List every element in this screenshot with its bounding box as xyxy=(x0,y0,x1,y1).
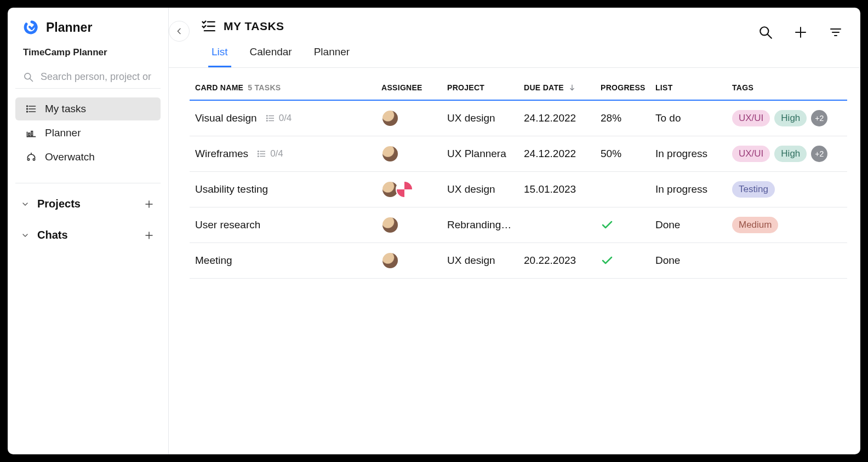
avatar[interactable] xyxy=(381,252,399,269)
col-tags[interactable]: TAGS xyxy=(732,83,842,92)
svg-point-34 xyxy=(266,118,267,119)
cell-list: In progress xyxy=(655,148,732,160)
svg-rect-10 xyxy=(28,133,30,136)
search-input[interactable] xyxy=(41,71,153,83)
avatar[interactable] xyxy=(396,181,413,198)
cell-tags: UX/UIHigh+2 xyxy=(732,110,842,126)
col-card-name[interactable]: CARD NAME 5 TASKS xyxy=(195,83,381,92)
avatar[interactable] xyxy=(381,109,399,127)
col-card-name-label: CARD NAME xyxy=(195,83,243,92)
planner-icon xyxy=(25,127,37,139)
cell-list: In progress xyxy=(655,183,732,195)
tag-ux-ui[interactable]: UX/UI xyxy=(732,110,770,126)
sidebar-section-chats[interactable]: Chats xyxy=(15,224,161,246)
tag-high[interactable]: High xyxy=(774,146,807,162)
svg-point-7 xyxy=(27,111,28,112)
cell-due-date: 20.22.2023 xyxy=(524,255,601,267)
table-row[interactable]: Wireframes0/4UX Plannera24.12.202250%In … xyxy=(190,136,847,172)
sidebar-item-label: Planner xyxy=(45,127,81,139)
header-actions xyxy=(757,24,844,41)
page-title: MY TASKS xyxy=(224,20,284,33)
cell-due-date: 24.12.2022 xyxy=(524,112,601,124)
table-row[interactable]: Usability testingUX design15.01.2023In p… xyxy=(190,172,847,207)
sidebar-collapse-button[interactable] xyxy=(169,21,190,42)
sidebar-item-my-tasks[interactable]: My tasks xyxy=(15,97,161,120)
tasks-table: CARD NAME 5 TASKS ASSIGNEE PROJECT DUE D… xyxy=(190,76,847,279)
svg-point-41 xyxy=(258,156,259,157)
tag-high[interactable]: High xyxy=(774,110,807,126)
avatar[interactable] xyxy=(381,145,399,163)
cell-project: UX design xyxy=(447,183,524,195)
tab-list[interactable]: List xyxy=(208,41,231,67)
task-name: Usability testing xyxy=(195,183,268,195)
add-projects-button[interactable] xyxy=(143,198,155,210)
avatar[interactable] xyxy=(381,216,399,234)
svg-point-35 xyxy=(266,120,267,122)
col-project-label: PROJECT xyxy=(447,83,484,92)
svg-line-23 xyxy=(768,34,772,38)
cell-card-name: Meeting xyxy=(195,255,381,267)
cell-assignee xyxy=(381,109,447,127)
cell-tags: UX/UIHigh+2 xyxy=(732,146,842,162)
nav-list: My tasksPlannerOverwatch xyxy=(15,97,161,169)
tab-calendar[interactable]: Calendar xyxy=(247,41,295,67)
cell-progress: 50% xyxy=(601,148,655,160)
cell-list: Done xyxy=(655,255,732,267)
tag-testing[interactable]: Testing xyxy=(732,181,775,198)
table-row[interactable]: Visual design0/4UX design24.12.202228%To… xyxy=(190,101,847,136)
col-assignee[interactable]: ASSIGNEE xyxy=(381,83,447,92)
col-progress[interactable]: PROGRESS xyxy=(601,83,655,92)
logo-icon xyxy=(23,19,41,36)
cell-due-date: 15.01.2023 xyxy=(524,183,601,195)
brand-name: Planner xyxy=(46,20,92,35)
cell-project: UX design xyxy=(447,112,524,124)
org-name: TimeCamp Planner xyxy=(15,47,161,58)
tag-medium[interactable]: Medium xyxy=(732,217,778,233)
brand-lockup: Planner xyxy=(15,19,161,36)
col-due-date[interactable]: DUE DATE xyxy=(524,83,601,92)
sort-down-icon xyxy=(568,84,576,91)
tag-ux-ui[interactable]: UX/UI xyxy=(732,146,770,162)
tasks-icon xyxy=(201,19,216,34)
svg-point-12 xyxy=(27,159,29,160)
main-pane: MY TASKS ListCalendarPlanner CARD xyxy=(169,8,860,454)
add-chats-button[interactable] xyxy=(143,229,155,241)
app-frame: Planner TimeCamp Planner My tasksPlanner… xyxy=(8,8,860,454)
svg-point-6 xyxy=(27,108,28,109)
cell-progress: 28% xyxy=(601,112,655,124)
col-list[interactable]: LIST xyxy=(655,83,732,92)
cell-card-name: Visual design0/4 xyxy=(195,112,381,124)
search-button[interactable] xyxy=(757,24,774,41)
cell-project: Rebranding… xyxy=(447,219,524,231)
cell-project: UX Plannera xyxy=(447,148,524,160)
filter-button[interactable] xyxy=(827,24,844,41)
sidebar-item-planner[interactable]: Planner xyxy=(15,122,161,145)
add-button[interactable] xyxy=(792,24,809,41)
cell-tags: Medium xyxy=(732,217,842,233)
table-row[interactable]: MeetingUX design20.22.2023Done xyxy=(190,243,847,279)
subtask-count: 0/4 xyxy=(266,113,292,124)
col-assignee-label: ASSIGNEE xyxy=(381,83,422,92)
tags-more-badge[interactable]: +2 xyxy=(811,146,827,162)
subtask-count: 0/4 xyxy=(257,148,283,159)
sidebar-section-projects[interactable]: Projects xyxy=(15,193,161,215)
cell-card-name: Wireframes0/4 xyxy=(195,148,381,160)
sidebar-item-overwatch[interactable]: Overwatch xyxy=(15,146,161,169)
cell-card-name: User research xyxy=(195,219,381,231)
col-due-date-label: DUE DATE xyxy=(524,83,564,92)
task-name: Meeting xyxy=(195,255,232,267)
sidebar-item-label: My tasks xyxy=(45,103,86,115)
content-area: CARD NAME 5 TASKS ASSIGNEE PROJECT DUE D… xyxy=(169,68,860,454)
col-project[interactable]: PROJECT xyxy=(447,83,524,92)
search-box[interactable] xyxy=(15,66,161,89)
cell-due-date: 24.12.2022 xyxy=(524,148,601,160)
tab-planner[interactable]: Planner xyxy=(311,41,353,67)
section-title: Chats xyxy=(37,229,68,241)
divider xyxy=(15,183,161,183)
table-row[interactable]: User researchRebranding…DoneMedium xyxy=(190,207,847,243)
title-row: MY TASKS xyxy=(201,19,844,34)
cell-assignee xyxy=(381,216,447,234)
tags-more-badge[interactable]: +2 xyxy=(811,110,827,126)
cell-card-name: Usability testing xyxy=(195,183,381,195)
search-icon xyxy=(23,72,34,83)
